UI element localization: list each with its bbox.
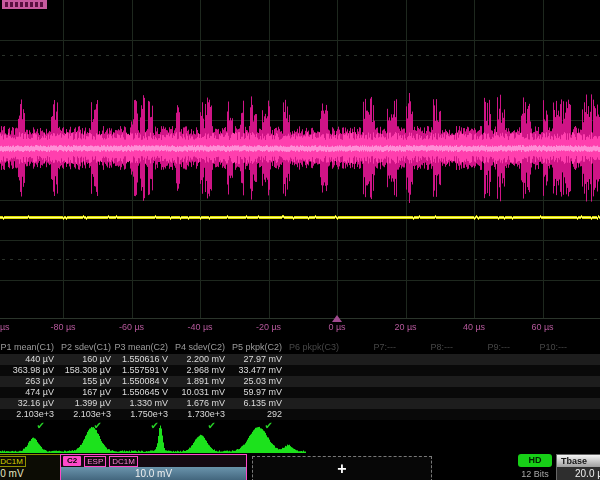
- axis-tick-label: 40 µs: [463, 322, 485, 332]
- table-cell: [342, 409, 399, 420]
- timebase-value: 20.0 µs: [557, 467, 600, 480]
- table-header: P9:---: [456, 341, 513, 354]
- table-cell: 2.968 mV: [171, 365, 228, 376]
- table-cell: 440 µV: [0, 354, 57, 365]
- table-cell: [285, 409, 342, 420]
- table-cell: [285, 376, 342, 387]
- table-cell: [399, 376, 456, 387]
- c2-badge: C2: [63, 456, 81, 466]
- table-header: P4 sdev(C2): [171, 341, 228, 354]
- table-cell: [456, 387, 513, 398]
- table-cell: 27.97 mV: [228, 354, 285, 365]
- table-cell: [342, 365, 399, 376]
- table-cell: 2.103e+3: [57, 409, 114, 420]
- table-cell: [513, 354, 570, 365]
- table-header: P1 mean(C1): [0, 341, 57, 354]
- table-cell: [513, 398, 570, 409]
- timebase-descriptor[interactable]: Tbase 20.0 µs: [556, 454, 600, 480]
- table-cell: 1.550616 V: [114, 354, 171, 365]
- channel-c1-descriptor[interactable]: C1 DC1M 10.0 mV: [0, 454, 65, 480]
- table-cell: [513, 376, 570, 387]
- table-row: 363.98 µV158.308 µV1.557591 V2.968 mV33.…: [0, 365, 600, 376]
- table-cell: 2.103e+3: [0, 409, 57, 420]
- table-cell: 292: [228, 409, 285, 420]
- axis-tick-label: -40 µs: [187, 322, 212, 332]
- axis-tick-label: -100 µs: [0, 322, 10, 332]
- table-cell: [399, 409, 456, 420]
- table-cell: 1.330 mV: [114, 398, 171, 409]
- table-cell: [456, 376, 513, 387]
- table-cell: 2.200 mV: [171, 354, 228, 365]
- table-header: P2 sdev(C1): [57, 341, 114, 354]
- table-cell: [399, 398, 456, 409]
- table-cell: [456, 354, 513, 365]
- axis-tick-label: -20 µs: [256, 322, 281, 332]
- histogram-trace: [0, 422, 320, 456]
- table-cell: [285, 365, 342, 376]
- table-cell: [342, 387, 399, 398]
- table-cell: 1.750e+3: [114, 409, 171, 420]
- table-cell: [285, 398, 342, 409]
- table-cell: 6.135 mV: [228, 398, 285, 409]
- table-cell: [399, 387, 456, 398]
- table-cell: [456, 409, 513, 420]
- axis-tick-label: -60 µs: [119, 322, 144, 332]
- table-cell: [513, 365, 570, 376]
- table-cell: [456, 365, 513, 376]
- status-check-icon: [456, 420, 513, 431]
- table-cell: 32.16 µV: [0, 398, 57, 409]
- table-cell: [342, 376, 399, 387]
- waveform-traces: [0, 0, 600, 320]
- table-row: 263 µV155 µV1.550084 V1.891 mV25.03 mV: [0, 376, 600, 387]
- table-cell: 1.550645 V: [114, 387, 171, 398]
- hd-bits-label: 12 Bits: [512, 469, 558, 479]
- table-cell: 25.03 mV: [228, 376, 285, 387]
- table-cell: 167 µV: [57, 387, 114, 398]
- axis-tick-label: 0 µs: [328, 322, 345, 332]
- table-cell: [399, 354, 456, 365]
- oscilloscope-screen: -100 µs-80 µs-60 µs-40 µs-20 µs0 µs20 µs…: [0, 0, 600, 480]
- table-cell: 59.97 mV: [228, 387, 285, 398]
- table-cell: [285, 354, 342, 365]
- cropped-trace-label: [2, 0, 47, 9]
- c2-coupling-badge: DC1M: [109, 456, 138, 467]
- axis-tick-label: 20 µs: [394, 322, 416, 332]
- table-cell: 363.98 µV: [0, 365, 57, 376]
- table-header: P10:---: [513, 341, 570, 354]
- table-cell: [513, 409, 570, 420]
- table-cell: 1.891 mV: [171, 376, 228, 387]
- table-cell: 1.730e+3: [171, 409, 228, 420]
- axis-tick-label: 60 µs: [531, 322, 553, 332]
- timebase-axis: -100 µs-80 µs-60 µs-40 µs-20 µs0 µs20 µs…: [0, 322, 600, 336]
- c2-scale-value: 10.0 mV: [61, 467, 246, 480]
- timebase-title: Tbase: [557, 455, 600, 467]
- c1-coupling-badge: DC1M: [0, 456, 26, 467]
- table-cell: 155 µV: [57, 376, 114, 387]
- status-check-icon: [342, 420, 399, 431]
- table-row: 2.103e+32.103e+31.750e+31.730e+3292: [0, 409, 600, 420]
- table-cell: 10.031 mV: [171, 387, 228, 398]
- table-row: 440 µV160 µV1.550616 V2.200 mV27.97 mV: [0, 354, 600, 365]
- c2-esp-badge: ESP: [84, 456, 106, 467]
- table-row: 474 µV167 µV1.550645 V10.031 mV59.97 mV: [0, 387, 600, 398]
- status-check-icon: [513, 420, 570, 431]
- table-cell: [399, 365, 456, 376]
- table-cell: 158.308 µV: [57, 365, 114, 376]
- table-cell: 1.550084 V: [114, 376, 171, 387]
- table-header: P7:---: [342, 341, 399, 354]
- table-cell: [342, 354, 399, 365]
- table-cell: 474 µV: [0, 387, 57, 398]
- table-cell: [513, 387, 570, 398]
- trigger-position-marker[interactable]: [332, 315, 342, 322]
- table-header: P5 pkpk(C2): [228, 341, 285, 354]
- table-header: P6 pkpk(C3): [285, 341, 342, 354]
- axis-tick-label: -80 µs: [50, 322, 75, 332]
- table-cell: [456, 398, 513, 409]
- table-cell: 160 µV: [57, 354, 114, 365]
- status-check-icon: [399, 420, 456, 431]
- add-trace-button[interactable]: +: [252, 456, 432, 480]
- measure-table[interactable]: P1 mean(C1)P2 sdev(C1)P3 mean(C2)P4 sdev…: [0, 341, 600, 431]
- channel-c2-descriptor[interactable]: C2 ESP DC1M 10.0 mV: [60, 454, 247, 480]
- table-cell: [285, 387, 342, 398]
- hd-mode-badge[interactable]: HD: [518, 454, 552, 467]
